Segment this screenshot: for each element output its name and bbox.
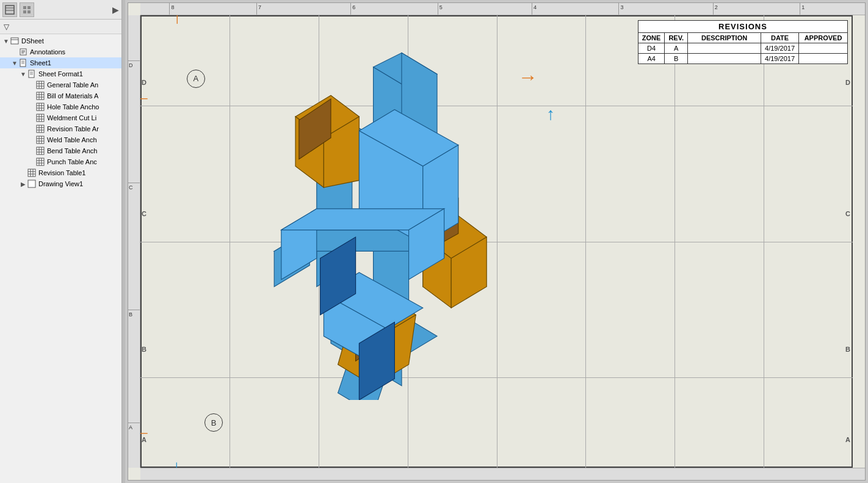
left-panel: ▶ ▽ ▼DSheetAnnotations▼Sheet1▼Sheet Form…	[0, 0, 122, 483]
ruler-top: 87654321	[140, 3, 865, 15]
svg-rect-66	[28, 180, 35, 187]
tree-icon-punchtable	[35, 157, 45, 167]
tree-label-weldtable: Weld Table Anch	[47, 136, 97, 143]
tree-item-annotations[interactable]: Annotations	[0, 46, 121, 57]
revision-row-1: D4 A 4/19/2017	[638, 43, 847, 54]
svg-rect-26	[37, 92, 44, 100]
tree-item-weldment[interactable]: Weldment Cut Li	[0, 112, 121, 123]
tree-label-sheet1: Sheet1	[30, 59, 51, 67]
tree-label-dsheet: DSheet	[21, 37, 44, 45]
revision-table: REVISIONS ZONE REV. DESCRIPTION DATE APP…	[638, 20, 848, 64]
arrow-orange-left-bottom: ←	[140, 423, 151, 442]
ruler-top-mark-3: 3	[618, 3, 623, 15]
tree-label-sheetformat1: Sheet Format1	[38, 70, 83, 78]
ruler-left-mark-A: A	[128, 423, 140, 430]
main-area: 87654321 DCBA D C B A D C	[125, 0, 868, 483]
border-label-b-left: B	[142, 346, 146, 353]
border-label-d-left: D	[142, 79, 146, 86]
rev-col-date: DATE	[761, 33, 799, 43]
svg-rect-51	[37, 147, 44, 154]
tree-item-drawingview1[interactable]: ▶Drawing View1	[0, 178, 121, 189]
rev-col-approved: APPROVED	[799, 33, 848, 43]
rev-row1-date: 4/19/2017	[761, 43, 799, 54]
tree-toggle-annotations	[11, 48, 18, 56]
rev-row1-approved	[799, 43, 848, 54]
tree-icon-generaltable	[35, 80, 45, 90]
revision-table-title: REVISIONS	[638, 21, 847, 33]
tree-label-revisiontablear: Revision Table Ar	[47, 125, 99, 133]
tree-toggle-drawingview1[interactable]: ▶	[20, 180, 27, 187]
tree-label-annotations: Annotations	[30, 48, 65, 56]
rev-row2-date: 4/19/2017	[761, 54, 799, 64]
tree-item-sheet1[interactable]: ▼Sheet1	[0, 57, 121, 68]
tree-toggle-sheet1[interactable]: ▼	[11, 59, 18, 67]
tree-item-revisiontable1[interactable]: Revision Table1	[0, 167, 121, 178]
ruler-top-mark-1: 1	[800, 3, 805, 15]
tree-label-bendtable: Bend Table Anch	[47, 147, 97, 154]
ruler-top-mark-8: 8	[169, 3, 174, 15]
tree-item-weldtable[interactable]: Weld Table Anch	[0, 134, 121, 145]
filter-row: ▽	[0, 20, 121, 34]
tree-item-holetable[interactable]: Hole Table Ancho	[0, 101, 121, 112]
revision-row-2: A4 B 4/19/2017	[638, 54, 847, 64]
rev-row2-rev: B	[665, 54, 688, 64]
tree-item-punchtable[interactable]: Punch Table Anc	[0, 156, 121, 167]
tree-toggle-holetable	[28, 103, 35, 111]
tree-icon-revisiontable1	[27, 168, 37, 178]
ruler-top-mark-7: 7	[256, 3, 261, 15]
toolbar-expand[interactable]: ▶	[112, 5, 119, 15]
rev-row1-rev: A	[665, 43, 688, 54]
tree-icon-sheetformat1	[27, 69, 37, 79]
tree-icon-revisiontablear	[35, 124, 45, 134]
ruler-left-mark-C: C	[128, 183, 140, 191]
tree-label-weldment: Weldment Cut Li	[47, 114, 96, 122]
tree-toggle-weldment	[28, 114, 35, 122]
3d-drawing	[189, 46, 543, 400]
rev-row2-approved	[799, 54, 848, 64]
toolbar-icon-1[interactable]	[2, 2, 17, 17]
tree-label-generaltable: General Table An	[47, 81, 98, 89]
tree-item-revisiontablear[interactable]: Revision Table Ar	[0, 123, 121, 134]
tree-icon-sheet1	[18, 58, 28, 68]
border-label-b-right: B	[845, 346, 850, 353]
tree-item-bendtable[interactable]: Bend Table Anch	[0, 145, 121, 156]
rev-row1-zone: D4	[638, 43, 665, 54]
tree-icon-drawingview1	[27, 179, 37, 189]
tree-toggle-sheetformat1[interactable]: ▼	[20, 70, 27, 78]
svg-rect-6	[27, 10, 31, 13]
sheet-content: D C B A D C B A REVISIONS ZONE REV. DESC…	[140, 15, 853, 468]
toolbar-top: ▶	[0, 0, 121, 20]
tree-item-dsheet[interactable]: ▼DSheet	[0, 35, 121, 46]
tree-label-drawingview1: Drawing View1	[38, 180, 83, 187]
tree-item-bom[interactable]: Bill of Materials A	[0, 90, 121, 101]
ruler-left: DCBA	[128, 15, 140, 468]
tree-toggle-punchtable	[28, 158, 35, 165]
tree-icon-bom	[35, 91, 45, 101]
tree-label-revisiontable1: Revision Table1	[38, 169, 85, 176]
tree-toggle-dsheet[interactable]: ▼	[2, 37, 10, 45]
svg-rect-7	[11, 38, 18, 44]
svg-rect-21	[37, 81, 44, 89]
tree-icon-bendtable	[35, 146, 45, 156]
drawing-canvas[interactable]: 87654321 DCBA D C B A D C	[128, 2, 866, 481]
tree-toggle-revisiontable1	[20, 169, 27, 176]
ruler-bottom	[140, 468, 865, 480]
tree-item-generaltable[interactable]: General Table An	[0, 79, 121, 90]
tree-label-holetable: Hole Table Ancho	[47, 103, 99, 111]
tree-item-sheetformat1[interactable]: ▼Sheet Format1	[0, 68, 121, 79]
rev-col-rev: REV.	[665, 33, 688, 43]
border-label-a-right: A	[845, 436, 850, 443]
tree-label-punchtable: Punch Table Anc	[47, 158, 97, 165]
border-label-c-left: C	[142, 210, 146, 217]
border-label-c-right: C	[845, 210, 850, 217]
border-label-d-right: D	[845, 79, 850, 86]
svg-rect-36	[37, 114, 44, 122]
arrow-orange-up-top: ↑	[173, 15, 183, 26]
tree-toggle-revisiontablear	[28, 125, 35, 133]
arrow-orange-left-mid: ←	[140, 88, 151, 107]
svg-rect-61	[28, 169, 35, 176]
toolbar-icon-2[interactable]	[20, 2, 34, 17]
tree-toggle-bendtable	[28, 147, 35, 154]
svg-rect-56	[37, 158, 44, 165]
filter-icon[interactable]: ▽	[4, 23, 9, 31]
